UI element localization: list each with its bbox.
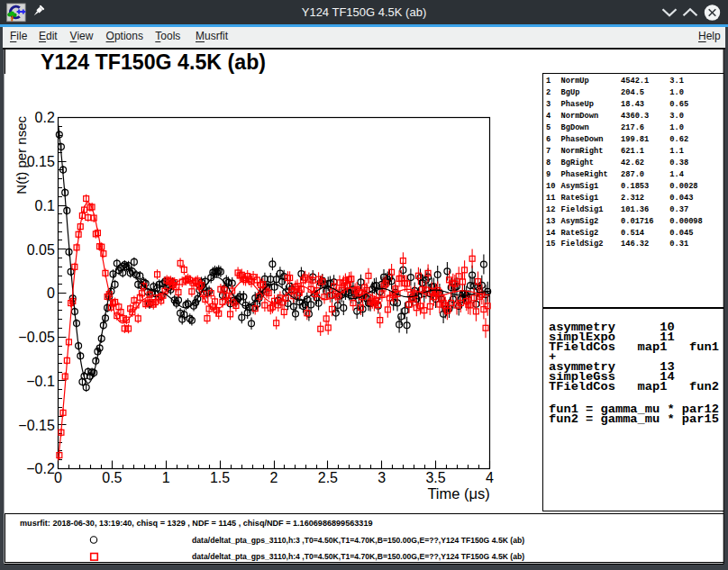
svg-text:1.5: 1.5 xyxy=(210,470,230,485)
svg-text:0.514: 0.514 xyxy=(621,229,644,238)
svg-text:FieldSig1: FieldSig1 xyxy=(561,205,604,214)
svg-text:AsymSig2: AsymSig2 xyxy=(561,217,599,226)
svg-text:BgDown: BgDown xyxy=(561,123,589,132)
svg-text:3: 3 xyxy=(546,100,551,109)
svg-text:13: 13 xyxy=(546,217,555,226)
svg-text:101.36: 101.36 xyxy=(621,205,649,214)
svg-text:4542.1: 4542.1 xyxy=(621,77,649,86)
svg-text:0.5: 0.5 xyxy=(102,470,122,485)
svg-text:3.0: 3.0 xyxy=(669,112,684,121)
svg-text:AsymSig1: AsymSig1 xyxy=(561,182,599,191)
svg-text:0.00098: 0.00098 xyxy=(669,217,703,226)
svg-text:−0.2: −0.2 xyxy=(26,461,55,476)
svg-text:0.2: 0.2 xyxy=(35,110,55,125)
svg-text:8: 8 xyxy=(546,158,551,167)
svg-text:42.62: 42.62 xyxy=(621,158,644,167)
svg-text:6: 6 xyxy=(546,135,551,144)
svg-text:−0.15: −0.15 xyxy=(18,418,55,433)
svg-text:FieldSig2: FieldSig2 xyxy=(561,240,604,249)
svg-text:0.05: 0.05 xyxy=(27,242,55,258)
svg-text:0.31: 0.31 xyxy=(669,240,688,249)
svg-text:−0.05: −0.05 xyxy=(18,330,55,345)
svg-text:1: 1 xyxy=(162,470,170,485)
svg-text:0.62: 0.62 xyxy=(669,135,688,144)
svg-text:621.1: 621.1 xyxy=(621,147,644,156)
svg-text:fun2 = gamma_mu * par15: fun2 = gamma_mu * par15 xyxy=(549,412,719,426)
svg-text:1.4: 1.4 xyxy=(669,170,684,179)
svg-text:Time (μs): Time (μs) xyxy=(427,485,489,502)
svg-text:0.37: 0.37 xyxy=(669,205,688,214)
svg-text:0.0028: 0.0028 xyxy=(669,182,697,191)
svg-text:11: 11 xyxy=(546,194,555,203)
svg-text:PhaseDown: PhaseDown xyxy=(561,135,604,144)
svg-text:BgRight: BgRight xyxy=(561,158,595,167)
svg-text:0.15: 0.15 xyxy=(27,154,55,169)
svg-text:0.38: 0.38 xyxy=(669,158,688,167)
svg-text:2: 2 xyxy=(546,88,551,97)
svg-text:Y124 TF150G 4.5K (ab): Y124 TF150G 4.5K (ab) xyxy=(41,50,266,74)
svg-text:2.312: 2.312 xyxy=(621,194,644,203)
svg-text:0.045: 0.045 xyxy=(669,229,693,238)
svg-text:7: 7 xyxy=(546,147,551,156)
svg-text:PhaseRight: PhaseRight xyxy=(561,170,608,179)
svg-text:N(t) per nsec: N(t) per nsec xyxy=(14,116,29,195)
svg-text:TFieldCos map1 fun2: TFieldCos map1 fun2 xyxy=(549,380,719,394)
svg-text:4: 4 xyxy=(486,470,494,485)
svg-text:4360.3: 4360.3 xyxy=(621,112,649,121)
svg-text:BgUp: BgUp xyxy=(561,88,580,97)
svg-text:1.0: 1.0 xyxy=(669,123,684,132)
svg-text:12: 12 xyxy=(546,205,555,214)
svg-text:18.43: 18.43 xyxy=(621,100,644,109)
svg-text:1.0: 1.0 xyxy=(669,88,684,97)
svg-text:RateSig2: RateSig2 xyxy=(561,229,599,238)
svg-text:4: 4 xyxy=(546,112,551,121)
svg-text:0: 0 xyxy=(54,470,62,485)
svg-text:NormRight: NormRight xyxy=(561,147,604,156)
svg-text:217.6: 217.6 xyxy=(621,123,644,132)
svg-text:data/deltat_pta_gps_3110,h:3 ,: data/deltat_pta_gps_3110,h:3 ,T0=4.50K,T… xyxy=(192,536,524,545)
svg-text:204.5: 204.5 xyxy=(621,88,644,97)
svg-text:0.01716: 0.01716 xyxy=(621,217,654,226)
svg-text:TFieldCos map1 fun1: TFieldCos map1 fun1 xyxy=(549,340,719,354)
svg-text:9: 9 xyxy=(546,170,551,179)
svg-text:−0.1: −0.1 xyxy=(26,374,55,389)
svg-text:NormUp: NormUp xyxy=(561,77,589,86)
svg-text:199.81: 199.81 xyxy=(621,135,649,144)
svg-text:musrfit: 2018-06-30, 13:19:40,: musrfit: 2018-06-30, 13:19:40, chisq = 1… xyxy=(20,519,373,528)
svg-text:15: 15 xyxy=(546,240,555,249)
svg-text:NormDown: NormDown xyxy=(561,112,599,121)
svg-text:10: 10 xyxy=(546,182,555,191)
svg-text:3.5: 3.5 xyxy=(425,470,445,485)
svg-text:1.1: 1.1 xyxy=(669,147,684,156)
svg-text:PhaseUp: PhaseUp xyxy=(561,100,595,109)
svg-text:0: 0 xyxy=(47,285,55,301)
svg-text:3.1: 3.1 xyxy=(669,77,684,86)
svg-text:14: 14 xyxy=(546,229,555,238)
svg-text:1: 1 xyxy=(546,77,551,86)
svg-text:0.1853: 0.1853 xyxy=(621,182,649,191)
svg-text:2.5: 2.5 xyxy=(318,470,338,485)
svg-text:2: 2 xyxy=(270,470,278,485)
svg-text:0.1: 0.1 xyxy=(35,198,55,213)
svg-text:3: 3 xyxy=(378,470,386,485)
svg-text:0.043: 0.043 xyxy=(669,194,693,203)
svg-text:287.0: 287.0 xyxy=(621,170,644,179)
svg-text:5: 5 xyxy=(546,123,551,132)
svg-text:RateSig1: RateSig1 xyxy=(561,194,599,203)
svg-text:0.65: 0.65 xyxy=(669,100,688,109)
svg-text:146.32: 146.32 xyxy=(621,240,649,249)
svg-text:data/deltat_pta_gps_3110,h:4 ,: data/deltat_pta_gps_3110,h:4 ,T0=4.50K,T… xyxy=(192,552,524,561)
